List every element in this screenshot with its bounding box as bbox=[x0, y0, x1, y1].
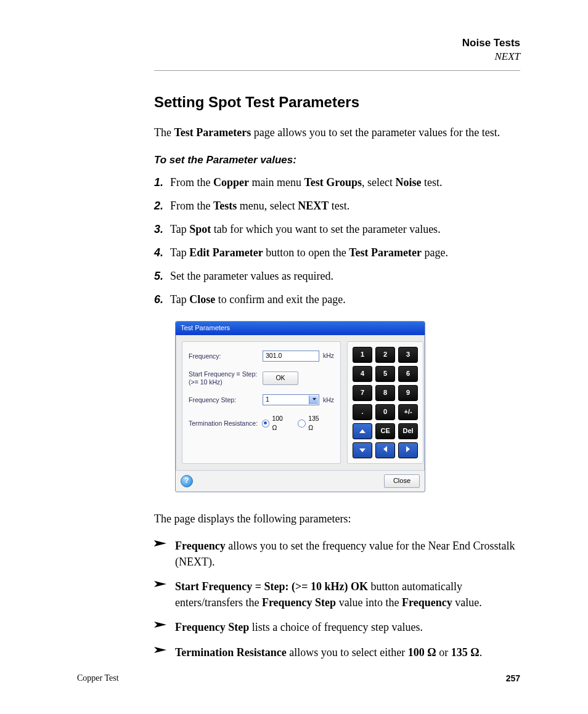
svg-marker-3 bbox=[154, 581, 166, 587]
chapter-title: Noise Tests bbox=[154, 37, 520, 49]
bullet-arrow-icon bbox=[154, 619, 175, 635]
intro-paragraph: The Test Parameters page allows you to s… bbox=[154, 124, 520, 140]
key-up[interactable] bbox=[353, 423, 372, 439]
key-0[interactable]: 0 bbox=[375, 404, 395, 420]
termination-label: Termination Resistance: bbox=[189, 420, 262, 428]
key-5[interactable]: 5 bbox=[375, 366, 395, 382]
step-number: 6. bbox=[154, 291, 170, 307]
header-rule bbox=[154, 70, 520, 71]
frequency-step-label: Frequency Step: bbox=[189, 396, 263, 404]
key-ce[interactable]: CE bbox=[375, 423, 395, 439]
step-item: 4. Tap Edit Parameter button to open the… bbox=[154, 245, 520, 261]
intro-bold: Test Parameters bbox=[174, 126, 251, 139]
step-unit: kHz bbox=[323, 396, 334, 405]
key-9[interactable]: 9 bbox=[398, 385, 418, 401]
step-number: 1. bbox=[154, 174, 170, 190]
key-1[interactable]: 1 bbox=[353, 347, 372, 363]
frequency-unit: kHz bbox=[323, 351, 334, 360]
key-2[interactable]: 2 bbox=[375, 347, 395, 363]
close-button[interactable]: Close bbox=[384, 474, 420, 488]
intro-text-2: page allows you to set the parameter val… bbox=[251, 126, 500, 139]
key-del[interactable]: Del bbox=[398, 423, 418, 439]
step-number: 2. bbox=[154, 198, 170, 214]
step-item: 1. From the Copper main menu Test Groups… bbox=[154, 174, 520, 190]
start-frequency-label: Start Frequency = Step: (>= 10 kHz) bbox=[189, 370, 263, 386]
numeric-keypad: 1 2 3 4 5 6 7 8 9 . bbox=[347, 341, 423, 464]
radio-icon bbox=[298, 420, 306, 428]
parameters-panel: Frequency: 301.0 kHz Start Frequency = S… bbox=[182, 341, 341, 464]
termination-radio-100[interactable]: 100 Ω bbox=[262, 414, 290, 432]
step-number: 3. bbox=[154, 221, 170, 237]
steps-list: 1. From the Copper main menu Test Groups… bbox=[154, 174, 520, 308]
step-body: Tap Close to confirm and exit the page. bbox=[170, 291, 520, 307]
key-plusminus[interactable]: +/- bbox=[398, 404, 418, 420]
bullet-item: Frequency allows you to set the frequenc… bbox=[154, 538, 520, 570]
chapter-subtitle: NEXT bbox=[154, 51, 520, 63]
ok-button[interactable]: OK bbox=[263, 371, 298, 385]
arrow-right-icon bbox=[406, 446, 410, 452]
subsection-heading: To set the Parameter values: bbox=[154, 153, 520, 168]
key-7[interactable]: 7 bbox=[353, 385, 372, 401]
bullet-arrow-icon bbox=[154, 644, 175, 660]
bullet-arrow-icon bbox=[154, 538, 175, 570]
bullet-arrow-icon bbox=[154, 578, 175, 611]
parameters-intro: The page displays the following paramete… bbox=[154, 511, 520, 527]
section-heading: Setting Spot Test Parameters bbox=[154, 92, 520, 113]
step-item: 5. Set the parameter values as required. bbox=[154, 268, 520, 284]
step-item: 6. Tap Close to confirm and exit the pag… bbox=[154, 291, 520, 307]
intro-text: The bbox=[154, 126, 174, 139]
step-body: From the Copper main menu Test Groups, s… bbox=[170, 174, 520, 190]
key-3[interactable]: 3 bbox=[398, 347, 418, 363]
svg-marker-2 bbox=[154, 540, 166, 546]
key-8[interactable]: 8 bbox=[375, 385, 395, 401]
bullet-item: Termination Resistance allows you to sel… bbox=[154, 644, 520, 660]
frequency-label: Frequency: bbox=[189, 352, 263, 360]
step-item: 2. From the Tests menu, select NEXT test… bbox=[154, 198, 520, 214]
frequency-input[interactable]: 301.0 bbox=[263, 351, 319, 362]
step-body: From the Tests menu, select NEXT test. bbox=[170, 198, 520, 214]
key-dot[interactable]: . bbox=[353, 404, 372, 420]
key-left[interactable] bbox=[375, 442, 395, 458]
test-parameters-dialog: Test Parameters Frequency: 301.0 kHz Sta… bbox=[175, 321, 425, 492]
step-body: Set the parameter values as required. bbox=[170, 268, 520, 284]
key-6[interactable]: 6 bbox=[398, 366, 418, 382]
parameter-bullets: Frequency allows you to set the frequenc… bbox=[154, 538, 520, 660]
step-body: Tap Spot tab for which you want to set t… bbox=[170, 221, 520, 237]
arrow-left-icon bbox=[383, 446, 387, 452]
key-right[interactable] bbox=[398, 442, 418, 458]
bullet-item: Frequency Step lists a choice of frequen… bbox=[154, 619, 520, 635]
chevron-down-icon bbox=[312, 398, 316, 400]
dialog-title-bar: Test Parameters bbox=[176, 322, 425, 335]
step-item: 3. Tap Spot tab for which you want to se… bbox=[154, 221, 520, 237]
page-number: 257 bbox=[506, 673, 520, 683]
help-icon[interactable] bbox=[181, 475, 193, 487]
termination-radio-135[interactable]: 135 Ω bbox=[298, 414, 325, 432]
step-body: Tap Edit Parameter button to open the Te… bbox=[170, 245, 520, 261]
step-number: 4. bbox=[154, 245, 170, 261]
running-header: Noise Tests NEXT bbox=[154, 37, 520, 63]
arrow-up-icon bbox=[359, 429, 365, 433]
step-number: 5. bbox=[154, 268, 170, 284]
svg-marker-4 bbox=[154, 622, 166, 628]
arrow-down-icon bbox=[359, 448, 365, 452]
key-4[interactable]: 4 bbox=[353, 366, 372, 382]
key-down[interactable] bbox=[353, 442, 372, 458]
radio-icon bbox=[262, 420, 270, 428]
svg-marker-5 bbox=[154, 647, 166, 653]
footer-left: Copper Test bbox=[77, 673, 119, 683]
bullet-item: Start Frequency = Step: (>= 10 kHz) OK b… bbox=[154, 578, 520, 611]
frequency-step-select[interactable]: 1 bbox=[263, 394, 319, 405]
